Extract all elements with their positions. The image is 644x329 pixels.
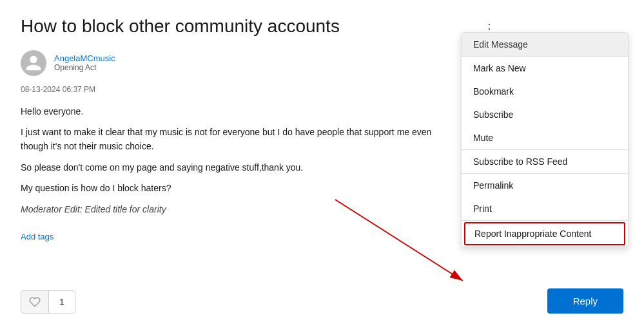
like-button[interactable]: 1 <box>21 290 75 314</box>
dropdown-item-edit-message[interactable]: Edit Message <box>462 33 628 56</box>
dropdown-item-mute[interactable]: Mute <box>462 126 628 149</box>
like-icon[interactable] <box>21 291 49 313</box>
dropdown-item-report[interactable]: Report Inappropriate Content <box>464 222 625 245</box>
add-tags-link[interactable]: Add tags <box>21 232 54 241</box>
post-paragraph-3: So please don't come on my page and sayi… <box>21 160 459 174</box>
post-paragraph-4: My question is how do I block haters? <box>21 181 459 195</box>
avatar <box>21 50 46 76</box>
post-paragraph-5: Moderator Edit: Edited title for clarity <box>21 202 459 216</box>
dropdown-item-print[interactable]: Print <box>462 197 628 220</box>
post-paragraph-1: Hello everyone. <box>21 104 459 118</box>
dropdown-item-bookmark[interactable]: Bookmark <box>462 80 628 103</box>
author-name[interactable]: AngelaMCmusic <box>54 53 115 63</box>
dropdown-item-subscribe-rss[interactable]: Subscribe to RSS Feed <box>462 150 628 173</box>
author-info: AngelaMCmusic Opening Act <box>54 53 115 72</box>
dropdown-item-subscribe[interactable]: Subscribe <box>462 103 628 126</box>
reply-button[interactable]: Reply <box>547 288 623 314</box>
author-role: Opening Act <box>54 63 115 72</box>
post-body: Hello everyone. I just want to make it c… <box>21 104 459 216</box>
dropdown-menu: Edit Message Mark as New Bookmark Subscr… <box>461 32 629 247</box>
divider-4 <box>462 220 628 221</box>
post-paragraph-2: I just want to make it clear that my mus… <box>21 125 459 154</box>
like-count: 1 <box>49 292 75 312</box>
heart-icon <box>29 296 41 308</box>
dropdown-item-mark-as-new[interactable]: Mark as New <box>462 57 628 80</box>
dropdown-item-permalink[interactable]: Permalink <box>462 174 628 197</box>
user-icon <box>24 54 43 72</box>
page-title: How to block other community accounts <box>21 15 420 37</box>
bottom-actions: 1 Reply <box>21 290 623 314</box>
